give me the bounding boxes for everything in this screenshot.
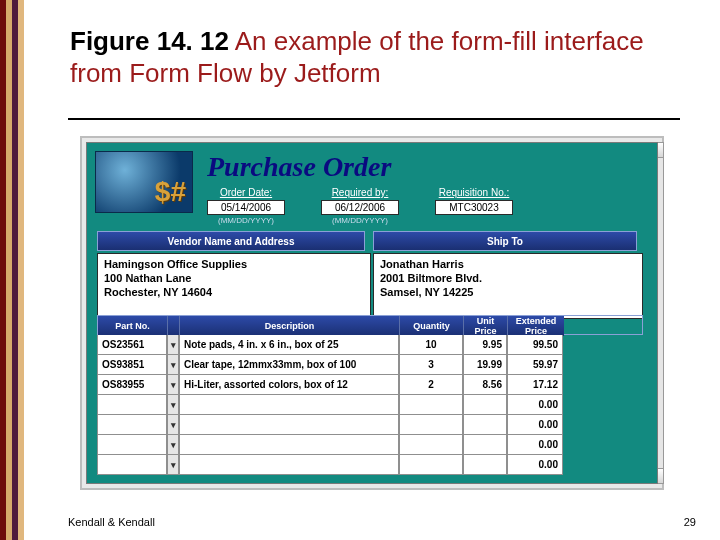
extended-price-cell: 17.12 — [507, 375, 563, 395]
req-no-group: Requisition No.: MTC30023 — [435, 187, 513, 225]
part-dropdown-button[interactable] — [167, 375, 179, 395]
col-part: Part No. — [98, 316, 168, 336]
quantity-field[interactable]: 2 — [399, 375, 463, 395]
footer-page-number: 29 — [684, 516, 696, 528]
table-row: OS83955Hi-Liter, assorted colors, box of… — [97, 375, 643, 395]
date-hint: (MM/DD/YYYY) — [218, 216, 274, 225]
col-description: Description — [180, 316, 400, 336]
col-quantity: Quantity — [400, 316, 464, 336]
quantity-field[interactable] — [399, 395, 463, 415]
description-field[interactable]: Hi-Liter, assorted colors, box of 12 — [179, 375, 399, 395]
part-no-field[interactable]: OS83955 — [97, 375, 167, 395]
part-no-field[interactable] — [97, 455, 167, 475]
col-unit-price: Unit Price — [464, 316, 508, 336]
part-dropdown-button[interactable] — [167, 415, 179, 435]
form-window: ▲ ▼ Purchase Order Order Date: 05/14/200… — [80, 136, 664, 490]
form-canvas: Purchase Order Order Date: 05/14/2006 (M… — [86, 142, 658, 484]
date-hint: (MM/DD/YYYY) — [332, 216, 388, 225]
unit-price-field[interactable]: 9.95 — [463, 335, 507, 355]
col-spacer — [168, 316, 180, 336]
vendor-line: Hamingson Office Supplies — [104, 258, 364, 272]
order-date-label: Order Date: — [220, 187, 272, 198]
accent-stripe — [18, 0, 24, 540]
required-by-group: Required by: 06/12/2006 (MM/DD/YYYY) — [321, 187, 399, 225]
description-field[interactable] — [179, 435, 399, 455]
shipto-line: Jonathan Harris — [380, 258, 636, 272]
figure-number: Figure 14. 12 — [70, 26, 229, 56]
quantity-field[interactable]: 3 — [399, 355, 463, 375]
table-row: OS23561Note pads, 4 in. x 6 in., box of … — [97, 335, 643, 355]
extended-price-cell: 0.00 — [507, 435, 563, 455]
extended-price-cell: 59.97 — [507, 355, 563, 375]
table-row: 0.00 — [97, 415, 643, 435]
unit-price-field[interactable] — [463, 455, 507, 475]
unit-price-field[interactable] — [463, 435, 507, 455]
description-field[interactable] — [179, 455, 399, 475]
table-row: 0.00 — [97, 395, 643, 415]
description-field[interactable]: Clear tape, 12mmx33mm, box of 100 — [179, 355, 399, 375]
description-field[interactable] — [179, 395, 399, 415]
part-no-field[interactable] — [97, 435, 167, 455]
slide: Figure 14. 12 An example of the form-fil… — [0, 0, 720, 540]
part-dropdown-button[interactable] — [167, 455, 179, 475]
header-fields: Order Date: 05/14/2006 (MM/DD/YYYY) Requ… — [207, 187, 637, 225]
unit-price-field[interactable]: 19.99 — [463, 355, 507, 375]
order-date-group: Order Date: 05/14/2006 (MM/DD/YYYY) — [207, 187, 285, 225]
line-items-header: Part No. Description Quantity Unit Price… — [97, 315, 643, 335]
vendor-line: Rochester, NY 14604 — [104, 286, 364, 300]
table-row: 0.00 — [97, 455, 643, 475]
order-date-field[interactable]: 05/14/2006 — [207, 200, 285, 215]
unit-price-field[interactable] — [463, 395, 507, 415]
required-by-label: Required by: — [332, 187, 389, 198]
description-field[interactable]: Note pads, 4 in. x 6 in., box of 25 — [179, 335, 399, 355]
part-no-field[interactable] — [97, 415, 167, 435]
vendor-section-header: Vendor Name and Address — [97, 231, 365, 251]
shipto-line: 2001 Biltmore Blvd. — [380, 272, 636, 286]
quantity-field[interactable] — [399, 435, 463, 455]
quantity-field[interactable] — [399, 415, 463, 435]
part-dropdown-button[interactable] — [167, 435, 179, 455]
quantity-field[interactable] — [399, 455, 463, 475]
description-field[interactable] — [179, 415, 399, 435]
unit-price-field[interactable]: 8.56 — [463, 375, 507, 395]
extended-price-cell: 0.00 — [507, 395, 563, 415]
line-items: OS23561Note pads, 4 in. x 6 in., box of … — [97, 335, 643, 475]
shipto-address-field[interactable]: Jonathan Harris 2001 Biltmore Blvd. Sams… — [373, 253, 643, 319]
extended-price-cell: 99.50 — [507, 335, 563, 355]
req-no-label: Requisition No.: — [439, 187, 510, 198]
req-no-field[interactable]: MTC30023 — [435, 200, 513, 215]
quantity-field[interactable]: 10 — [399, 335, 463, 355]
col-ext-price: Extended Price — [508, 316, 564, 336]
slide-title: Figure 14. 12 An example of the form-fil… — [70, 26, 680, 89]
part-dropdown-button[interactable] — [167, 395, 179, 415]
part-no-field[interactable]: OS23561 — [97, 335, 167, 355]
extended-price-cell: 0.00 — [507, 415, 563, 435]
required-by-field[interactable]: 06/12/2006 — [321, 200, 399, 215]
table-row: OS93851Clear tape, 12mmx33mm, box of 100… — [97, 355, 643, 375]
part-no-field[interactable] — [97, 395, 167, 415]
form-heading: Purchase Order — [207, 151, 637, 183]
title-rule — [68, 118, 680, 120]
part-dropdown-button[interactable] — [167, 355, 179, 375]
unit-price-field[interactable] — [463, 415, 507, 435]
footer-credit: Kendall & Kendall — [68, 516, 155, 528]
globe-money-icon — [95, 151, 193, 213]
shipto-section-header: Ship To — [373, 231, 637, 251]
part-dropdown-button[interactable] — [167, 335, 179, 355]
extended-price-cell: 0.00 — [507, 455, 563, 475]
vendor-address-field[interactable]: Hamingson Office Supplies 100 Nathan Lan… — [97, 253, 371, 319]
part-no-field[interactable]: OS93851 — [97, 355, 167, 375]
table-row: 0.00 — [97, 435, 643, 455]
vendor-line: 100 Nathan Lane — [104, 272, 364, 286]
shipto-line: Samsel, NY 14225 — [380, 286, 636, 300]
